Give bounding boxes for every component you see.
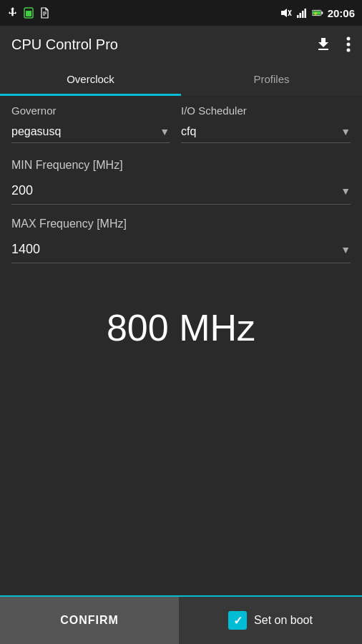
max-freq-label: MAX Frequency [MHz] — [11, 218, 351, 230]
min-freq-dropdown[interactable]: 200 ▼ — [11, 177, 351, 205]
main-content: Governor pegasusq ▼ I/O Scheduler cfq ▼ … — [0, 96, 362, 385]
checkbox-check-icon: ✓ — [233, 614, 243, 628]
io-scheduler-label: I/O Scheduler — [181, 104, 351, 117]
min-freq-arrow-icon: ▼ — [341, 185, 351, 197]
download-button[interactable] — [315, 36, 332, 53]
toolbar-actions — [315, 36, 351, 53]
status-icons-left — [7, 7, 50, 19]
tab-bar: Overclock Profiles — [0, 63, 362, 96]
svg-point-18 — [347, 49, 351, 52]
status-bar: ⚡ 20:06 — [0, 0, 362, 26]
io-scheduler-dropdown[interactable]: cfq ▼ — [181, 121, 351, 143]
current-mhz-display: 800 MHz — [11, 263, 351, 385]
min-freq-value: 200 — [11, 183, 33, 198]
app-title: CPU Control Pro — [11, 36, 315, 53]
tab-profiles[interactable]: Profiles — [181, 63, 362, 94]
signal-icon — [296, 7, 308, 19]
io-arrow-icon: ▼ — [341, 126, 351, 137]
sim-icon — [23, 7, 34, 19]
doc-icon — [39, 7, 50, 19]
max-freq-arrow-icon: ▼ — [341, 244, 351, 255]
max-freq-dropdown[interactable]: 1400 ▼ — [11, 236, 351, 263]
toolbar: CPU Control Pro — [0, 26, 362, 63]
usb-icon — [7, 7, 19, 19]
governor-dropdown[interactable]: pegasusq ▼ — [11, 121, 170, 143]
min-freq-section: MIN Frequency [MHz] 200 ▼ — [11, 159, 351, 205]
svg-rect-9 — [299, 13, 301, 18]
min-freq-label: MIN Frequency [MHz] — [11, 159, 351, 172]
time-display: 20:06 — [328, 7, 355, 19]
status-icons-right: ⚡ 20:06 — [280, 7, 355, 19]
confirm-button[interactable]: CONFIRM — [0, 597, 179, 644]
max-freq-section: MAX Frequency [MHz] 1400 ▼ — [11, 218, 351, 263]
mute-icon — [280, 7, 292, 19]
max-freq-value: 1400 — [11, 242, 40, 257]
svg-point-17 — [347, 43, 351, 47]
bottom-bar: CONFIRM ✓ Set on boot — [0, 597, 362, 644]
svg-rect-8 — [297, 15, 299, 18]
svg-rect-11 — [304, 9, 306, 18]
set-on-boot-checkbox[interactable]: ✓ — [228, 611, 247, 630]
set-on-boot-label: Set on boot — [254, 614, 313, 627]
current-mhz-text: 800 MHz — [107, 306, 255, 349]
set-on-boot-area[interactable]: ✓ Set on boot — [179, 611, 362, 630]
io-scheduler-value: cfq — [181, 125, 196, 138]
io-scheduler-column: I/O Scheduler cfq ▼ — [181, 104, 351, 143]
governor-io-row: Governor pegasusq ▼ I/O Scheduler cfq ▼ — [11, 96, 351, 146]
svg-rect-1 — [26, 11, 31, 16]
more-options-button[interactable] — [346, 36, 351, 53]
tab-overclock[interactable]: Overclock — [0, 63, 181, 94]
svg-rect-10 — [302, 11, 304, 18]
battery-icon: ⚡ — [312, 7, 323, 19]
governor-value: pegasusq — [11, 125, 61, 138]
svg-text:⚡: ⚡ — [313, 11, 318, 16]
governor-arrow-icon: ▼ — [160, 126, 170, 137]
governor-label: Governor — [11, 104, 181, 117]
svg-rect-13 — [321, 11, 323, 14]
governor-column: Governor pegasusq ▼ — [11, 104, 181, 143]
svg-point-16 — [347, 37, 351, 41]
svg-marker-5 — [281, 9, 287, 17]
